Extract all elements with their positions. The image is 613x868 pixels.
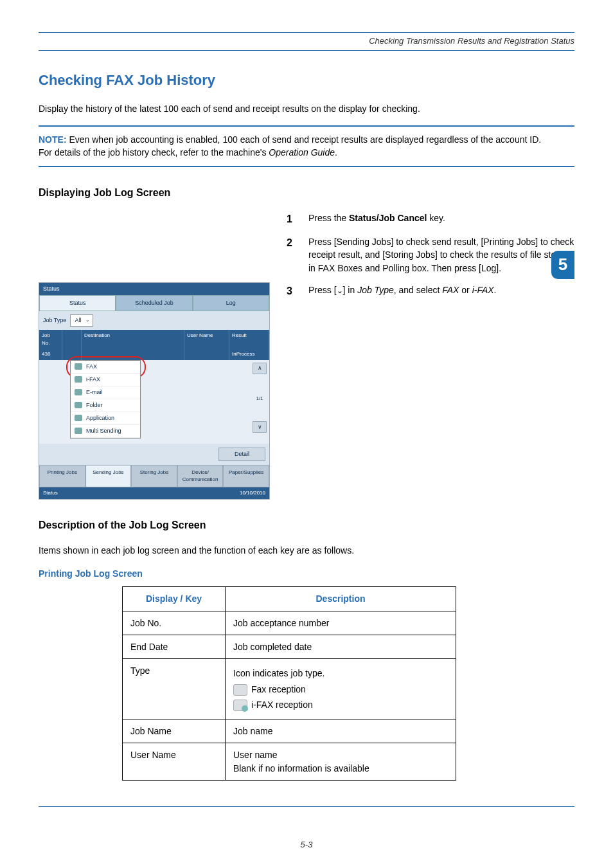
table-row: User NameUser name Blank if no informati… [123, 743, 456, 781]
opt-multi-sending[interactable]: Multi Sending [71, 425, 140, 438]
opt-ifax[interactable]: i-FAX [71, 374, 140, 386]
col-attach-icon [62, 330, 82, 348]
tab-scheduled-job[interactable]: Scheduled Job [116, 295, 192, 311]
chapter-badge: 5 [551, 251, 574, 279]
step-text: Press [Sending Jobs] to check send resul… [308, 235, 574, 275]
table-row[interactable]: 438 InProcess [39, 348, 269, 360]
cell-value: Job name [226, 719, 456, 743]
tab-paper-supplies[interactable]: Paper/Supplies [223, 465, 269, 487]
cell-key: Job No. [123, 611, 226, 635]
jobtype-label: Job Type [43, 316, 66, 325]
cell-key: End Date [123, 635, 226, 658]
tab-storing-jobs[interactable]: Storing Jobs [131, 465, 177, 487]
cell-key: User Name [123, 743, 226, 781]
subhead-description: Description of the Job Log Screen [39, 518, 574, 532]
cell-result: InProcess [229, 348, 269, 360]
cell-value: Job completed date [226, 635, 456, 658]
cell-value: Icon indicates job type.Fax receptioni-F… [226, 659, 456, 719]
subhead-displaying: Displaying Job Log Screen [39, 185, 574, 200]
page-number: 5-3 [39, 839, 574, 851]
jobtype-selected: All [75, 316, 81, 325]
multi-sending-icon [75, 428, 82, 434]
table-header-row: Job No. Destination User Name Result [39, 330, 269, 348]
ifax-reception-icon [233, 700, 247, 711]
chevron-down-icon: ⌄ [85, 316, 90, 324]
note-block: NOTE: Even when job accounting is enable… [39, 125, 574, 167]
cell-job-no: 438 [39, 348, 62, 360]
note-label: NOTE: [39, 134, 67, 145]
step-item: 3Press [⌄] in Job Type, and select FAX o… [287, 284, 574, 298]
page-count: 1/1 [253, 375, 267, 422]
note-line2a: For details of the job history check, re… [39, 147, 269, 158]
page-title: Checking FAX Job History [39, 70, 574, 91]
table-row: Job No.Job acceptance number [123, 611, 456, 635]
blue-subhead: Printing Job Log Screen [39, 567, 574, 580]
step-text: Press [⌄] in Job Type, and select FAX or… [308, 284, 497, 298]
email-icon [75, 389, 82, 395]
cell-key: Type [123, 659, 226, 719]
tab-printing-jobs[interactable]: Printing Jobs [39, 465, 85, 487]
col-destination: Destination [82, 330, 184, 348]
opt-folder[interactable]: Folder [71, 399, 140, 412]
detail-button[interactable]: Detail [218, 448, 265, 461]
fax-icon [75, 363, 82, 370]
note-line2c: . [335, 147, 337, 158]
th-description: Description [226, 587, 456, 611]
shot-footer-right: 10/10/2010 [240, 489, 265, 497]
ifax-icon [75, 376, 82, 383]
cell-destination [82, 348, 184, 360]
step-number: 3 [287, 284, 298, 298]
tab-log[interactable]: Log [193, 295, 269, 311]
note-line2b: Operation Guide [269, 147, 335, 158]
fax-reception-icon [233, 684, 247, 696]
description-table: Display / Key Description Job No.Job acc… [122, 586, 456, 781]
cell-value: User name Blank if no information is ava… [226, 743, 456, 781]
opt-email[interactable]: E-mail [71, 386, 140, 399]
table-row: End DateJob completed date [123, 635, 456, 658]
cell-key: Job Name [123, 719, 226, 743]
step-number: 2 [287, 235, 298, 275]
cell-value: Job acceptance number [226, 611, 456, 635]
application-icon [75, 415, 82, 421]
table-row: TypeIcon indicates job type.Fax receptio… [123, 659, 456, 719]
opt-application[interactable]: Application [71, 412, 140, 425]
tab-sending-jobs[interactable]: Sending Jobs [85, 465, 132, 487]
status-screenshot: Status Status Scheduled Job Log Job Type… [39, 282, 270, 500]
tab-device-communication[interactable]: Device/ Communication [177, 465, 224, 487]
note-line1: Even when job accounting is enabled, 100… [67, 134, 542, 145]
col-user-name: User Name [184, 330, 229, 348]
cell-attach [62, 348, 82, 360]
step-number: 1 [287, 212, 298, 226]
tab-status[interactable]: Status [39, 295, 116, 311]
running-title: Checking Transmission Results and Regist… [369, 35, 574, 48]
folder-icon [75, 402, 82, 408]
step-item: 1Press the Status/Job Cancel key. [287, 212, 574, 226]
th-display-key: Display / Key [123, 587, 226, 611]
jobtype-dropdown-list[interactable]: FAX i-FAX E-mail Folder Application Mult… [70, 360, 141, 439]
cell-user [184, 348, 229, 360]
shot-footer-left: Status [43, 489, 58, 497]
desc-intro: Items shown in each job log screen and t… [39, 544, 574, 557]
step-item: 2Press [Sending Jobs] to check send resu… [287, 235, 574, 275]
table-row: Job NameJob name [123, 719, 456, 743]
jobtype-dropdown[interactable]: All ⌄ [70, 314, 93, 327]
opt-fax[interactable]: FAX [71, 361, 140, 374]
page-down-button[interactable]: ∨ [253, 421, 267, 433]
col-result: Result [229, 330, 269, 348]
step-text: Press the Status/Job Cancel key. [308, 212, 445, 226]
intro-paragraph: Display the history of the latest 100 ea… [39, 102, 574, 115]
col-job-no: Job No. [39, 330, 62, 348]
shot-titlebar: Status [39, 283, 269, 295]
page-up-button[interactable]: ∧ [253, 363, 267, 374]
